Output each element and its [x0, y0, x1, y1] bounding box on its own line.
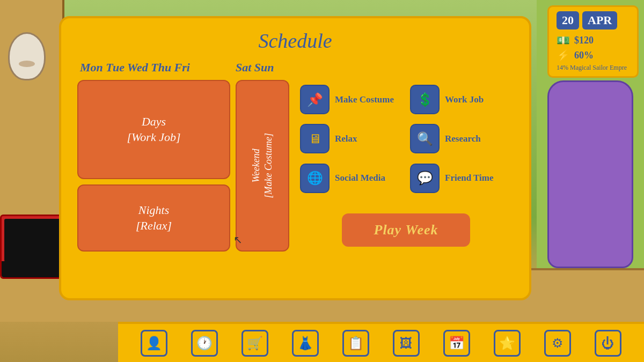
- bottom-icon-settings[interactable]: ⚙: [544, 330, 571, 357]
- weekend-activity: [Make Costume]: [263, 133, 274, 198]
- schedule-panel: Schedule Mon Tue Wed Thu Fri Sat Sun Day…: [59, 16, 531, 300]
- make-costume-icon: 📌: [300, 85, 330, 114]
- hud-quest-name: Magical Sailor Empre: [570, 64, 627, 71]
- nights-block[interactable]: Nights [Relax]: [77, 184, 230, 252]
- play-week-button[interactable]: Play Week: [342, 213, 471, 247]
- weekend-header: Sat Sun: [236, 61, 274, 75]
- days-label: Days: [142, 114, 166, 130]
- hud-month-label: APR: [582, 11, 617, 29]
- nights-label: Nights: [138, 203, 169, 218]
- bottom-icon-profile[interactable]: 👤: [141, 330, 167, 357]
- activity-row-3: 🌐 Social Media 💬 Friend Time: [300, 164, 512, 193]
- activity-research[interactable]: 🔍 Research: [410, 124, 512, 153]
- bottom-icon-calendar[interactable]: 📅: [443, 330, 470, 357]
- bottom-icon-power[interactable]: ⏻: [595, 330, 621, 357]
- weekend-column: Weekend [Make Costume]: [236, 80, 289, 252]
- friend-time-icon: 💬: [410, 164, 440, 193]
- weekday-column: Days [Work Job] Nights [Relax]: [77, 80, 230, 252]
- hud-quest-row: 14% Magical Sailor Empre: [557, 64, 630, 72]
- activity-relax[interactable]: 🖥 Relax: [300, 124, 402, 153]
- schedule-title: Schedule: [77, 29, 513, 53]
- days-activity: [Work Job]: [127, 130, 180, 145]
- bottom-icon-star[interactable]: ⭐: [494, 330, 521, 357]
- bottom-icon-photos[interactable]: 🖼: [393, 330, 420, 357]
- schedule-blocks: Days [Work Job] Nights [Relax] Weekend […: [77, 80, 513, 252]
- activity-social-media[interactable]: 🌐 Social Media: [300, 164, 402, 193]
- bottom-icon-cart[interactable]: 🛒: [241, 330, 268, 357]
- bottom-icon-card[interactable]: 📋: [342, 330, 369, 357]
- hud-panel: 20 APR 💵 $120 ⚡ 60% 14% Magical Sailor E…: [547, 5, 639, 78]
- day-headers: Mon Tue Wed Thu Fri Sat Sun: [77, 61, 513, 75]
- nights-activity: [Relax]: [136, 218, 172, 234]
- social-media-icon: 🌐: [300, 164, 330, 193]
- relax-icon: 🖥: [300, 124, 330, 153]
- research-label: Research: [445, 134, 481, 144]
- mannequin-head: [8, 32, 46, 80]
- make-costume-label: Make Costume: [335, 94, 394, 105]
- hud-energy-row: ⚡ 60%: [557, 49, 630, 62]
- bottom-icon-clock[interactable]: 🕐: [191, 330, 218, 357]
- activity-row-2: 🖥 Relax 🔍 Research: [300, 124, 512, 153]
- weekday-header: Mon Tue Wed Thu Fri: [80, 61, 236, 75]
- hud-money-value: $120: [574, 35, 594, 46]
- activity-row-1: 📌 Make Costume 💲 Work Job: [300, 85, 512, 114]
- weekend-block[interactable]: Weekend [Make Costume]: [236, 80, 289, 252]
- bottom-icon-dress[interactable]: 👗: [292, 330, 319, 357]
- bottom-bar: 👤 🕐 🛒 👗 📋 🖼 📅 ⭐ ⚙ ⏻: [118, 322, 644, 362]
- hud-date: 20 APR: [557, 11, 630, 29]
- activity-options: 📌 Make Costume 💲 Work Job 🖥 Relax 🔍 Rese…: [295, 80, 517, 252]
- mannequin-torso: [547, 80, 633, 268]
- work-job-icon: 💲: [410, 85, 440, 114]
- mannequin-body: [537, 80, 644, 322]
- work-job-label: Work Job: [445, 94, 484, 105]
- social-media-label: Social Media: [335, 173, 385, 183]
- hud-money-row: 💵 $120: [557, 34, 630, 47]
- hud-day-number: 20: [557, 11, 579, 29]
- money-icon: 💵: [557, 34, 570, 47]
- hud-energy-value: 60%: [574, 50, 594, 61]
- friend-time-label: Friend Time: [445, 173, 494, 183]
- activity-work-job[interactable]: 💲 Work Job: [410, 85, 512, 114]
- energy-icon: ⚡: [557, 49, 570, 62]
- research-icon: 🔍: [410, 124, 440, 153]
- hud-quest-percent: 14%: [557, 64, 568, 71]
- activity-make-costume[interactable]: 📌 Make Costume: [300, 85, 402, 114]
- weekend-label: Weekend: [251, 149, 261, 182]
- relax-label: Relax: [335, 134, 357, 144]
- weekend-block-text: Weekend [Make Costume]: [250, 133, 275, 198]
- activity-friend-time[interactable]: 💬 Friend Time: [410, 164, 512, 193]
- days-block[interactable]: Days [Work Job]: [77, 80, 230, 179]
